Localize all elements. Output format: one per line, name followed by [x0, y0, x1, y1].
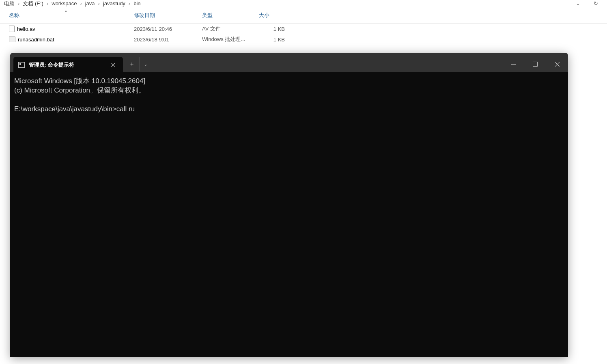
dropdown-button[interactable]: ⌄ — [571, 0, 584, 7]
maximize-button[interactable] — [524, 56, 546, 72]
breadcrumb-item-workspace[interactable]: workspace — [50, 0, 78, 6]
file-name: runasadmin.bat — [18, 37, 54, 43]
close-button[interactable] — [546, 56, 568, 72]
breadcrumb: 电脑 › 文档 (E:) › workspace › java › javast… — [0, 0, 607, 7]
chevron-right-icon: › — [45, 0, 50, 6]
file-list-header: 名称 ▴ 修改日期 类型 大小 — [0, 7, 607, 24]
minimize-button[interactable] — [502, 56, 524, 72]
terminal-titlebar[interactable]: 管理员: 命令提示符 ＋ ⌄ — [10, 53, 568, 72]
file-icon — [9, 26, 15, 32]
tab-title: 管理员: 命令提示符 — [29, 61, 104, 69]
tab-close-button[interactable] — [108, 60, 118, 70]
terminal-line: Microsoft Windows [版本 10.0.19045.2604] — [14, 77, 145, 85]
column-header-size[interactable]: 大小 — [259, 12, 291, 19]
breadcrumb-item-bin[interactable]: bin — [132, 0, 142, 6]
column-header-name[interactable]: 名称 ▴ — [0, 12, 134, 19]
file-date: 2023/6/11 20:46 — [134, 26, 202, 32]
chevron-right-icon: › — [78, 0, 83, 6]
breadcrumb-item-computer[interactable]: 电脑 — [2, 0, 16, 7]
file-list: hello.av 2023/6/11 20:46 AV 文件 1 KB runa… — [0, 24, 607, 45]
terminal-tab[interactable]: 管理员: 命令提示符 — [13, 57, 123, 73]
file-size: 1 KB — [259, 37, 291, 43]
file-date: 2023/6/18 9:01 — [134, 37, 202, 43]
column-header-date[interactable]: 修改日期 — [134, 12, 202, 19]
file-row[interactable]: hello.av 2023/6/11 20:46 AV 文件 1 KB — [0, 24, 607, 34]
batch-file-icon — [9, 37, 15, 42]
chevron-right-icon: › — [16, 0, 21, 6]
cmd-icon — [18, 62, 25, 68]
file-row[interactable]: runasadmin.bat 2023/6/18 9:01 Windows 批处… — [0, 34, 607, 45]
file-size: 1 KB — [259, 26, 291, 32]
breadcrumb-item-javastudy[interactable]: javastudy — [101, 0, 127, 6]
chevron-right-icon: › — [97, 0, 101, 6]
new-tab-button[interactable]: ＋ — [125, 57, 139, 71]
file-name: hello.av — [17, 26, 35, 32]
terminal-output[interactable]: Microsoft Windows [版本 10.0.19045.2604] (… — [10, 72, 568, 114]
cursor-icon — [135, 106, 135, 113]
breadcrumb-item-drive[interactable]: 文档 (E:) — [21, 0, 45, 7]
file-type: AV 文件 — [202, 25, 259, 32]
refresh-button[interactable]: ↻ — [589, 0, 602, 7]
sort-ascending-icon: ▴ — [65, 9, 67, 13]
tab-dropdown-button[interactable]: ⌄ — [139, 57, 151, 71]
terminal-window: 管理员: 命令提示符 ＋ ⌄ Microsoft Windows [版本 10.… — [10, 53, 568, 357]
chevron-right-icon: › — [127, 0, 132, 6]
breadcrumb-item-java[interactable]: java — [84, 0, 97, 6]
column-header-name-label: 名称 — [9, 12, 19, 18]
terminal-line: (c) Microsoft Corporation。保留所有权利。 — [14, 86, 145, 94]
terminal-prompt: E:\workspace\java\javastudy\bin>call ru — [14, 105, 135, 113]
column-header-type[interactable]: 类型 — [202, 12, 259, 19]
file-type: Windows 批处理... — [202, 36, 259, 43]
